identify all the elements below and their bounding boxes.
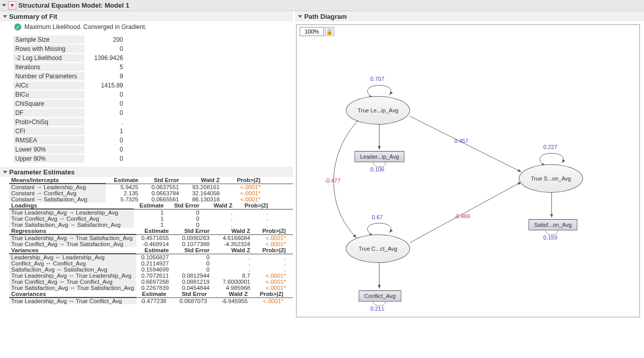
pe-col: Estimate [134,202,167,209]
cov-lead-conf: -0.477 [325,177,340,184]
fit-label: BICu [13,91,84,99]
pe-row: True Conflict_Avg → Conflict_Avg10.. [9,216,293,222]
pe-row: Constant → Satisfaction_Avg5.73250.06655… [9,196,293,202]
var-conf: 0.67 [372,214,383,220]
pe-row: True Leadership_Avg ↔ True Leadership_Av… [9,273,293,279]
pe-row: Leadership_Avg ↔ Leadership_Avg0.1056827… [9,254,293,260]
fit-value: 5 [85,63,126,71]
pe-col: Wald Z [213,228,253,234]
fit-value: . [85,118,126,126]
pe-col: Prob>|Z| [253,247,289,254]
param-est-header: Parameter Estimates [0,167,293,177]
pe-col: Estimate [106,177,141,184]
pe-col: Std Error [167,202,202,209]
pe-row: True Conflict_Avg → True Satisfaction_Av… [9,241,293,247]
fit-label: Sample Size [13,36,84,44]
pe-col: Prob>|Z| [253,228,289,234]
fit-value: 0 [85,109,126,117]
fit-value: 200 [85,36,126,44]
fit-value: 0 [85,136,126,144]
fit-table: Sample Size200Rows with Missing0-2 Log L… [12,35,127,164]
latent-leadership[interactable]: True Le...ip_Avg [346,96,410,125]
pe-col: Std Error [141,177,182,184]
param-est-title: Parameter Estimates [9,168,75,176]
check-icon: ✓ [14,23,21,31]
pe-row: True Leadership_Avg ↔ True Conflict_Avg-… [9,298,293,304]
pe-section-title: Covariances [9,291,136,297]
fit-label: RMSEA [13,136,84,144]
disclosure-icon[interactable] [3,171,7,173]
hotspot-icon[interactable] [8,2,16,10]
pe-col: Estimate [136,228,172,234]
err-sat: 0.159 [543,234,558,241]
pe-col: Std Error [172,228,213,234]
var-sat: 0.227 [543,144,558,150]
fit-value: 1415.89 [85,81,126,90]
fit-value: 0 [85,45,126,53]
fit-label: AICc [13,81,84,90]
path-diagram-title: Path Diagram [304,13,347,20]
fit-value: 9 [85,72,126,80]
fit-value: 1 [85,127,126,135]
pe-row: True Satisfaction_Avg ↔ True Satisfactio… [9,285,293,291]
fit-value: 0 [85,91,126,99]
pe-row: True Conflict_Avg ↔ True Conflict_Avg0.6… [9,279,293,285]
pe-section-title: Means/Intercepts [9,177,106,184]
pe-section-title: Loadings [9,202,134,209]
pe-section-title: Variances [9,247,136,254]
reg-conf-sat: -0.469 [454,213,470,219]
var-lead: 0.707 [370,76,385,82]
fit-label: Rows with Missing [13,45,84,53]
manifest-leadership[interactable]: Leader...ip_Avg [355,151,404,162]
pe-section-title: Regressions [9,228,136,234]
model-header: Structural Equation Model: Model 1 [0,0,644,11]
pe-col: Estimate [136,247,172,254]
pe-col: Prob>|Z| [223,177,264,184]
fit-value: 0 [85,155,126,163]
path-diagram[interactable]: 🔒 [296,24,640,317]
fit-value: 0 [85,145,126,154]
pe-col: Wald Z [210,291,251,297]
path-diagram-header: Path Diagram [295,11,644,21]
pe-col: Prob>|Z| [236,202,271,209]
fit-label: DF [13,109,84,117]
summary-header: Summary of Fit [0,11,293,21]
latent-satisfaction[interactable]: True S...on_Avg [519,164,583,193]
model-title: Structural Equation Model: Model 1 [18,2,129,9]
pe-col: Wald Z [202,202,236,209]
manifest-satisfaction[interactable]: Satisf...on_Avg [529,219,577,230]
pe-row: Constant → Conflict_Avg2.1350.066378432.… [9,190,293,196]
fit-label: Upper 90% [13,155,84,163]
pe-row: True Leadership_Avg → Leadership_Avg10.. [9,210,293,216]
pe-row: Satisfaction_Avg ↔ Satisfaction_Avg0.159… [9,266,293,273]
fit-label: ChiSquare [13,100,84,108]
pe-row: True Leadership_Avg → True Satisfaction_… [9,235,293,241]
fit-label: Iterations [13,63,84,71]
latent-conflict[interactable]: True C...ct_Avg [346,234,410,263]
svg-line-3 [409,116,521,172]
fit-label: Prob>ChiSq [13,118,84,126]
pe-row: Conflict_Avg ↔ Conflict_Avg0.21149270.. [9,260,293,266]
disclosure-icon[interactable] [2,4,6,7]
pe-col: Wald Z [182,177,223,184]
fit-label: Lower 90% [13,145,84,154]
svg-line-4 [409,182,521,243]
fit-label: Number of Parameters [13,72,84,80]
converge-status: ✓ Maximum Likelihood. Converged in Gradi… [0,21,293,33]
summary-title: Summary of Fit [9,13,57,20]
disclosure-icon[interactable] [3,15,7,18]
pe-col: Estimate [136,291,169,297]
pe-col: Std Error [169,291,210,297]
pe-col: Wald Z [213,247,253,254]
fit-label: CFI [13,127,84,135]
pe-col: Std Error [172,247,213,254]
fit-value: 0 [85,100,126,108]
manifest-conflict[interactable]: Conflict_Avg [359,290,401,302]
pe-row: True Satisfaction_Avg → Satisfaction_Avg… [9,222,293,228]
err-conf: 0.211 [370,306,385,312]
fit-value: 1396.9426 [85,54,126,62]
disclosure-icon[interactable] [298,15,302,18]
pe-row: Constant → Leadership_Avg5.94250.0637551… [9,184,293,190]
pe-col: Prob>|Z| [251,291,286,297]
err-lead: 0.106 [370,166,385,172]
